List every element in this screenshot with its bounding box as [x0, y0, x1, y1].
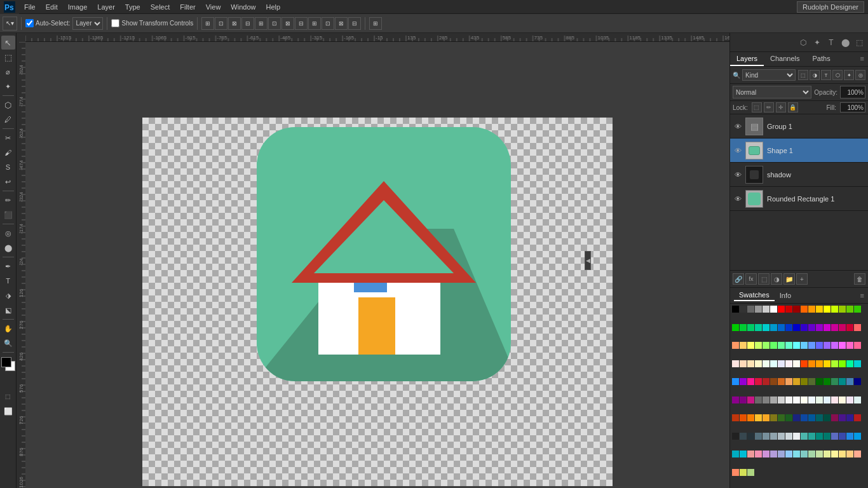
layer-eye-shadow[interactable]: 👁	[733, 170, 743, 180]
canvas-document[interactable]	[142, 118, 613, 486]
layer-item-rounded[interactable]: 👁 Rounded Rectangle 1	[730, 187, 868, 211]
auto-select-check[interactable]	[25, 19, 34, 27]
swatch-item[interactable]	[755, 324, 762, 331]
swatch-item[interactable]	[770, 451, 777, 458]
swatch-item[interactable]	[846, 306, 853, 313]
swatch-item[interactable]	[831, 433, 838, 440]
align-center-btn[interactable]: ⊡	[215, 17, 227, 30]
swatch-item[interactable]	[732, 360, 739, 367]
align-right-btn[interactable]: ⊠	[228, 17, 241, 30]
swatch-item[interactable]	[770, 360, 777, 367]
swatches-menu-btn[interactable]: ≡	[860, 292, 864, 299]
swatch-item[interactable]	[839, 396, 846, 403]
swatch-item[interactable]	[747, 433, 754, 440]
align-top-btn[interactable]: ⊟	[241, 17, 254, 30]
swatch-item[interactable]	[763, 433, 770, 440]
swatch-item[interactable]	[785, 324, 792, 331]
swatch-item[interactable]	[831, 342, 838, 349]
swatch-item[interactable]	[763, 324, 770, 331]
swatch-item[interactable]	[732, 342, 739, 349]
swatch-item[interactable]	[763, 342, 770, 349]
marquee-tool[interactable]: ⬚	[1, 50, 15, 64]
distribute4-btn[interactable]: ⊡	[322, 17, 334, 30]
swatch-item[interactable]	[831, 396, 838, 403]
swatch-item[interactable]	[778, 306, 785, 313]
layer-item-group1[interactable]: 👁 ▤ Group 1	[730, 114, 868, 139]
layer-adj-btn[interactable]: ◑	[771, 273, 782, 285]
swatch-item[interactable]	[839, 451, 846, 458]
swatch-item[interactable]	[785, 306, 792, 313]
dodge-tool[interactable]: ⬤	[1, 241, 15, 255]
menu-select[interactable]: Select	[146, 2, 175, 12]
swatch-item[interactable]	[816, 396, 823, 403]
distribute5-btn[interactable]: ⊠	[335, 17, 348, 30]
filter-adjust-btn[interactable]: ◑	[810, 70, 820, 80]
swatch-item[interactable]	[747, 451, 754, 458]
swatch-item[interactable]	[824, 414, 831, 421]
swatch-item[interactable]	[801, 433, 808, 440]
swatch-item[interactable]	[831, 306, 838, 313]
swatch-item[interactable]	[778, 342, 785, 349]
swatch-item[interactable]	[755, 360, 762, 367]
move-tool[interactable]: ↖	[1, 36, 15, 50]
swatch-item[interactable]	[740, 469, 747, 476]
swatch-item[interactable]	[747, 469, 754, 476]
menu-type[interactable]: Type	[120, 2, 146, 12]
swatch-item[interactable]	[732, 378, 739, 385]
layer-mask-btn[interactable]: ⬚	[758, 273, 770, 285]
swatch-item[interactable]	[763, 414, 770, 421]
layer-item-shape1[interactable]: 👁 Shape 1	[730, 139, 868, 163]
panel-icon-5[interactable]: ⬚	[853, 36, 865, 49]
swatch-item[interactable]	[839, 378, 846, 385]
swatch-item[interactable]	[839, 324, 846, 331]
blur-tool[interactable]: ◎	[1, 226, 15, 240]
swatch-item[interactable]	[785, 433, 792, 440]
extra-btn[interactable]: ⊞	[369, 17, 382, 30]
swatch-item[interactable]	[763, 378, 770, 385]
swatch-item[interactable]	[747, 378, 754, 385]
swatch-item[interactable]	[793, 414, 800, 421]
menu-file[interactable]: File	[19, 2, 41, 12]
swatch-item[interactable]	[747, 324, 754, 331]
distribute2-btn[interactable]: ⊟	[295, 17, 308, 30]
swatch-item[interactable]	[747, 360, 754, 367]
move-tool-btn[interactable]: ↖▾	[3, 17, 17, 30]
menu-help[interactable]: Help	[261, 2, 285, 12]
lock-transparent-btn[interactable]: ⬚	[752, 102, 762, 112]
eyedropper-tool[interactable]: 🖊	[1, 112, 15, 126]
align-middle-btn[interactable]: ⊞	[255, 17, 268, 30]
shape-tool[interactable]: ⬕	[1, 303, 15, 317]
swatch-item[interactable]	[854, 324, 861, 331]
tab-layers[interactable]: Layers	[730, 52, 764, 66]
tab-info[interactable]: Info	[775, 290, 796, 301]
swatch-item[interactable]	[801, 414, 808, 421]
filter-pixel-btn[interactable]: ⬚	[798, 70, 808, 80]
swatch-item[interactable]	[816, 306, 823, 313]
swatch-item[interactable]	[755, 378, 762, 385]
swatch-item[interactable]	[793, 342, 800, 349]
swatch-item[interactable]	[740, 451, 747, 458]
lock-all-btn[interactable]: 🔒	[788, 102, 798, 112]
swatch-item[interactable]	[854, 360, 861, 367]
menu-edit[interactable]: Edit	[41, 2, 63, 12]
swatch-item[interactable]	[839, 342, 846, 349]
swatch-item[interactable]	[785, 360, 792, 367]
swatch-item[interactable]	[747, 396, 754, 403]
swatch-item[interactable]	[793, 306, 800, 313]
swatch-item[interactable]	[816, 433, 823, 440]
distribute6-btn[interactable]: ⊟	[348, 17, 361, 30]
swatch-item[interactable]	[839, 360, 846, 367]
swatch-item[interactable]	[801, 378, 808, 385]
swatch-item[interactable]	[824, 451, 831, 458]
swatch-item[interactable]	[846, 396, 853, 403]
swatch-item[interactable]	[846, 360, 853, 367]
swatch-item[interactable]	[785, 451, 792, 458]
swatch-item[interactable]	[778, 396, 785, 403]
layer-eye-shape1[interactable]: 👁	[733, 146, 743, 156]
swatch-item[interactable]	[793, 396, 800, 403]
swatch-item[interactable]	[801, 324, 808, 331]
swatch-item[interactable]	[785, 414, 792, 421]
swatch-item[interactable]	[854, 414, 861, 421]
auto-select-type[interactable]: Layer	[72, 17, 103, 30]
swatch-item[interactable]	[816, 451, 823, 458]
